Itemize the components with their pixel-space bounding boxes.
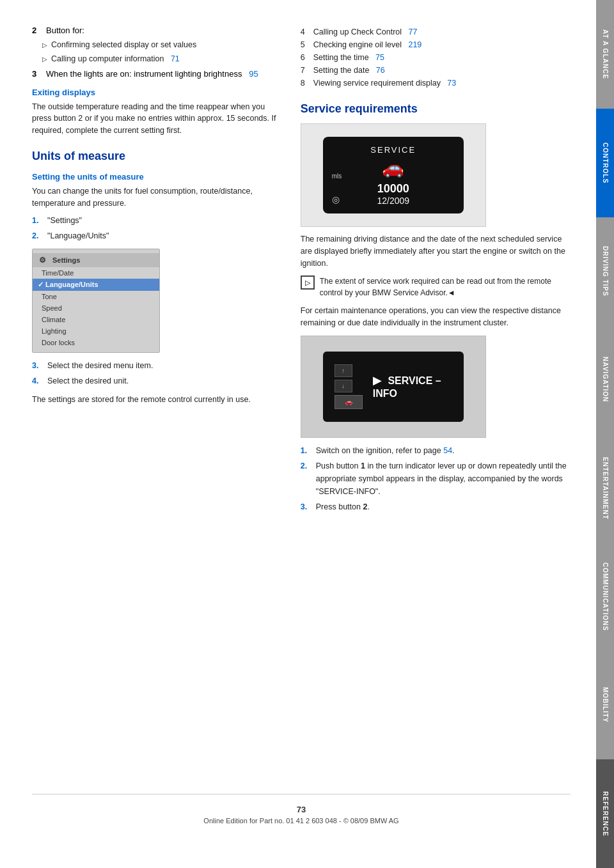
step4-text: Select the desired unit. [47, 375, 129, 387]
item-3-block: 3 When the lights are on: instrument lig… [32, 69, 281, 79]
menu-item-tone: Tone [33, 291, 159, 302]
top-items-list: 4 Calling up Check Control 77 5 Checking… [301, 26, 571, 89]
gear-icon: ⚙ [39, 256, 46, 265]
sub-item-2: Calling up computer information 71 [42, 53, 281, 65]
tab-communications[interactable]: Communications [596, 543, 614, 651]
tab-mobility-label: Mobility [602, 687, 609, 723]
mileage-value: 10000 [377, 182, 409, 196]
page-number: 73 [32, 805, 571, 814]
tab-controls[interactable]: Controls [596, 109, 614, 217]
service-step-1: 1. Switch on the ignition, refer to page… [301, 444, 571, 457]
item5-text: Checking engine oil level 219 [313, 38, 422, 51]
cluster-icons: ↑ ↓ 🚗 [335, 364, 363, 409]
tab-reference[interactable]: Reference [596, 759, 614, 868]
item8-num: 8 [301, 77, 310, 89]
service-label-text: SERVICE [370, 145, 416, 155]
service-req-heading: Service requirements [301, 102, 571, 116]
step3-text: Select the desired menu item. [47, 359, 153, 372]
exiting-displays-text: The outside temperature reading and the … [32, 101, 281, 137]
menu-item-language: ✓ Language/Units [33, 279, 159, 291]
service-display-screen: SERVICE 🚗 mls 10000 12/2009 ◎ [323, 137, 464, 213]
top-item-6: 6 Setting the time 75 [301, 51, 571, 64]
service-date: 12/2009 [377, 196, 409, 206]
info-box-text: The extent of service work required can … [320, 275, 571, 298]
step-1: 1. "Settings" [32, 214, 281, 227]
cluster-icon-1: ↑ [335, 364, 352, 377]
item2-number: 2 [32, 26, 41, 35]
mls-label: mls [332, 173, 342, 180]
tab-reference-label: Reference [602, 791, 609, 837]
s-step1-text: Switch on the ignition, refer to page 54… [316, 444, 455, 457]
top-item-5: 5 Checking engine oil level 219 [301, 38, 571, 51]
service-steps-list: 1. Switch on the ignition, refer to page… [301, 444, 571, 513]
steps-3-4-list: 3. Select the desired menu item. 4. Sele… [32, 359, 281, 387]
right-column: 4 Calling up Check Control 77 5 Checking… [301, 26, 571, 781]
item-2-block: 2 Button for: [32, 26, 281, 35]
side-tabs: At a glance Controls Driving tips Naviga… [596, 0, 614, 868]
item4-text: Calling up Check Control 77 [313, 26, 418, 38]
step1-text: "Settings" [47, 214, 82, 227]
units-intro: You can change the units for fuel consum… [32, 185, 281, 210]
tab-entertainment[interactable]: Entertainment [596, 434, 614, 543]
cluster-icon-2: ↓ [335, 380, 352, 392]
menu-header-label: Settings [52, 256, 80, 264]
tab-mobility[interactable]: Mobility [596, 651, 614, 760]
item3-text: When the lights are on: instrument light… [46, 69, 258, 79]
menu-item-timedate: Time/Date [33, 267, 159, 279]
item4-num: 4 [301, 26, 310, 38]
step4-num: 4. [32, 375, 42, 387]
menu-item-doorlocks: Door locks [33, 337, 159, 348]
service-desc1: The remaining driving distance and the d… [301, 233, 571, 269]
info-icon: ▷ [301, 275, 315, 290]
menu-header: ⚙ Settings [33, 253, 159, 267]
s-step1-num: 1. [301, 444, 311, 457]
tab-at-a-glance[interactable]: At a glance [596, 0, 614, 109]
service-info-label: SERVICE –INFO [373, 375, 441, 399]
footer-text: Online Edition for Part no. 01 41 2 603 … [203, 817, 398, 825]
tab-communications-label: Communications [602, 562, 609, 631]
info-box: ▷ The extent of service work required ca… [301, 275, 571, 298]
s-step3-text: Press button 2. [316, 500, 370, 513]
sub-item-1: Confirming selected display or set value… [42, 39, 281, 51]
top-item-8: 8 Viewing service requirement display 73 [301, 77, 571, 89]
mini-car-icon: 🚗 [335, 395, 363, 409]
item7-num: 7 [301, 64, 310, 77]
exiting-displays-heading: Exiting displays [32, 88, 281, 97]
service-info-arrow: ▶ [373, 374, 382, 387]
service-step-3: 3. Press button 2. [301, 500, 571, 513]
menu-item-lighting: Lighting [33, 325, 159, 337]
settings-menu-graphic: ⚙ Settings Time/Date ✓ Language/Units To… [32, 249, 160, 353]
tab-navigation[interactable]: Navigation [596, 325, 614, 434]
top-item-7: 7 Setting the date 76 [301, 64, 571, 77]
s-step2-num: 2. [301, 460, 311, 498]
page-footer: 73 Online Edition for Part no. 01 41 2 6… [32, 794, 571, 830]
item6-text: Setting the time 75 [313, 51, 384, 64]
s-step3-num: 3. [301, 500, 311, 513]
step1-num: 1. [32, 214, 42, 227]
tab-driving-tips[interactable]: Driving tips [596, 217, 614, 326]
top-item-4: 4 Calling up Check Control 77 [301, 26, 571, 38]
left-column: 2 Button for: Confirming selected displa… [32, 26, 281, 781]
menu-item-speed: Speed [33, 302, 159, 314]
sub-list: Confirming selected display or set value… [42, 39, 281, 65]
menu-item-climate: Climate [33, 314, 159, 325]
item8-text: Viewing service requirement display 73 [313, 77, 457, 89]
item5-num: 5 [301, 38, 310, 51]
tab-at-a-glance-label: At a glance [602, 29, 609, 79]
sub-item-1-text: Confirming selected display or set value… [51, 39, 196, 51]
item6-num: 6 [301, 51, 310, 64]
service-info-text-block: ▶ SERVICE –INFO [373, 373, 441, 399]
tab-navigation-label: Navigation [602, 357, 609, 402]
service-step-2: 2. Push button 1 in the turn indicator l… [301, 460, 571, 498]
units-heading: Units of measure [32, 150, 281, 163]
tab-entertainment-label: Entertainment [602, 457, 609, 520]
step-2: 2. "Language/Units" [32, 229, 281, 242]
s-step2-text: Push button 1 in the turn indicator leve… [316, 460, 571, 498]
step3-num: 3. [32, 359, 42, 372]
item2-text: Button for: [46, 26, 84, 35]
step2-text: "Language/Units" [47, 229, 109, 242]
service-display-graphic: SERVICE 🚗 mls 10000 12/2009 ◎ [301, 123, 486, 227]
settings-note: The settings are stored for the remote c… [32, 394, 281, 406]
sub-item-2-text: Calling up computer information 71 [51, 53, 180, 65]
tab-driving-tips-label: Driving tips [602, 246, 609, 297]
